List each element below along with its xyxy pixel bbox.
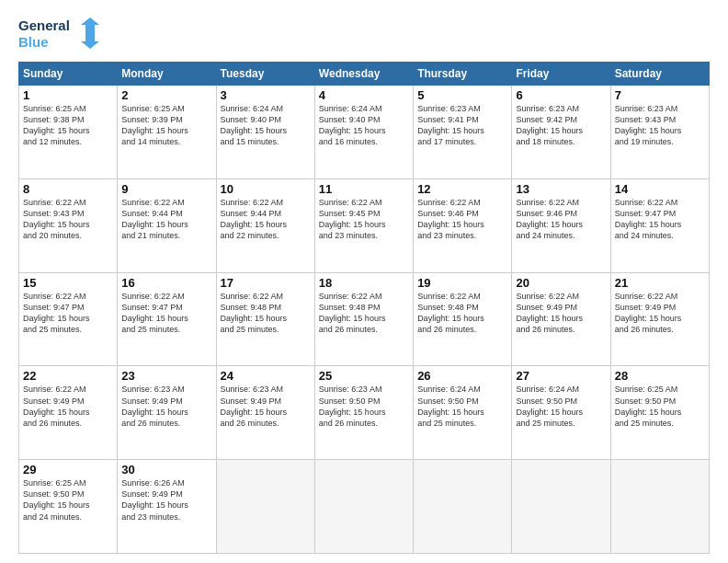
day-number: 26 — [417, 369, 507, 383]
calendar-cell: 8Sunrise: 6:22 AMSunset: 9:43 PMDaylight… — [19, 178, 118, 272]
cell-text: Sunrise: 6:25 AMSunset: 9:50 PMDaylight:… — [23, 477, 113, 523]
svg-text:Blue: Blue — [18, 34, 49, 50]
cell-text: Sunrise: 6:22 AMSunset: 9:48 PMDaylight:… — [221, 291, 311, 336]
weekday-header-friday: Friday — [512, 63, 610, 86]
day-number: 3 — [221, 88, 311, 102]
calendar-cell: 30Sunrise: 6:26 AMSunset: 9:49 PMDayligh… — [118, 460, 216, 554]
calendar-cell: 19Sunrise: 6:22 AMSunset: 9:48 PMDayligh… — [414, 272, 512, 366]
cell-text: Sunrise: 6:22 AMSunset: 9:46 PMDaylight:… — [417, 197, 507, 242]
calendar-cell: 1Sunrise: 6:25 AMSunset: 9:38 PMDaylight… — [19, 86, 118, 179]
day-number: 28 — [615, 369, 705, 383]
day-number: 11 — [319, 182, 409, 196]
day-number: 20 — [516, 276, 606, 290]
calendar-cell: 6Sunrise: 6:23 AMSunset: 9:42 PMDaylight… — [512, 86, 610, 179]
day-number: 2 — [121, 88, 211, 102]
calendar-cell — [610, 460, 709, 554]
day-number: 8 — [23, 182, 113, 196]
cell-text: Sunrise: 6:22 AMSunset: 9:48 PMDaylight:… — [417, 291, 507, 336]
calendar-cell — [216, 460, 314, 554]
calendar-cell: 5Sunrise: 6:23 AMSunset: 9:41 PMDaylight… — [414, 86, 512, 179]
day-number: 19 — [417, 276, 507, 290]
day-number: 27 — [516, 369, 606, 383]
calendar-cell: 4Sunrise: 6:24 AMSunset: 9:40 PMDaylight… — [314, 86, 413, 179]
logo: General Blue — [18, 14, 101, 52]
calendar-cell: 17Sunrise: 6:22 AMSunset: 9:48 PMDayligh… — [216, 272, 314, 366]
page-header: General Blue — [18, 14, 710, 52]
cell-text: Sunrise: 6:23 AMSunset: 9:49 PMDaylight:… — [221, 384, 311, 429]
svg-marker-2 — [81, 17, 99, 49]
day-number: 7 — [615, 88, 705, 102]
day-number: 30 — [121, 463, 211, 477]
calendar-cell: 28Sunrise: 6:25 AMSunset: 9:50 PMDayligh… — [610, 366, 709, 460]
cell-text: Sunrise: 6:22 AMSunset: 9:47 PMDaylight:… — [615, 197, 705, 242]
weekday-header-sunday: Sunday — [19, 63, 118, 86]
day-number: 23 — [121, 369, 211, 383]
calendar-cell: 20Sunrise: 6:22 AMSunset: 9:49 PMDayligh… — [512, 272, 610, 366]
cell-text: Sunrise: 6:22 AMSunset: 9:44 PMDaylight:… — [221, 197, 311, 242]
day-number: 18 — [319, 276, 409, 290]
cell-text: Sunrise: 6:23 AMSunset: 9:41 PMDaylight:… — [417, 103, 507, 148]
weekday-header-thursday: Thursday — [414, 63, 512, 86]
cell-text: Sunrise: 6:22 AMSunset: 9:49 PMDaylight:… — [615, 291, 705, 336]
calendar-cell: 10Sunrise: 6:22 AMSunset: 9:44 PMDayligh… — [216, 178, 314, 272]
calendar-cell: 29Sunrise: 6:25 AMSunset: 9:50 PMDayligh… — [19, 460, 118, 554]
cell-text: Sunrise: 6:24 AMSunset: 9:50 PMDaylight:… — [417, 384, 507, 429]
calendar-cell: 14Sunrise: 6:22 AMSunset: 9:47 PMDayligh… — [610, 178, 709, 272]
calendar-cell: 16Sunrise: 6:22 AMSunset: 9:47 PMDayligh… — [118, 272, 216, 366]
calendar-cell — [512, 460, 610, 554]
calendar-cell: 2Sunrise: 6:25 AMSunset: 9:39 PMDaylight… — [118, 86, 216, 179]
day-number: 6 — [516, 88, 606, 102]
calendar-cell: 9Sunrise: 6:22 AMSunset: 9:44 PMDaylight… — [118, 178, 216, 272]
day-number: 21 — [615, 276, 705, 290]
cell-text: Sunrise: 6:24 AMSunset: 9:40 PMDaylight:… — [319, 103, 409, 148]
calendar-cell: 23Sunrise: 6:23 AMSunset: 9:49 PMDayligh… — [118, 366, 216, 460]
calendar-cell — [414, 460, 512, 554]
day-number: 4 — [319, 88, 409, 102]
calendar-cell: 27Sunrise: 6:24 AMSunset: 9:50 PMDayligh… — [512, 366, 610, 460]
cell-text: Sunrise: 6:26 AMSunset: 9:49 PMDaylight:… — [121, 477, 211, 523]
logo-svg: General Blue — [18, 14, 101, 52]
cell-text: Sunrise: 6:24 AMSunset: 9:40 PMDaylight:… — [221, 103, 311, 148]
calendar-cell: 3Sunrise: 6:24 AMSunset: 9:40 PMDaylight… — [216, 86, 314, 179]
day-number: 10 — [221, 182, 311, 196]
cell-text: Sunrise: 6:25 AMSunset: 9:38 PMDaylight:… — [23, 103, 113, 148]
cell-text: Sunrise: 6:25 AMSunset: 9:39 PMDaylight:… — [121, 103, 211, 148]
calendar-cell: 21Sunrise: 6:22 AMSunset: 9:49 PMDayligh… — [610, 272, 709, 366]
cell-text: Sunrise: 6:23 AMSunset: 9:50 PMDaylight:… — [319, 384, 409, 429]
day-number: 22 — [23, 369, 113, 383]
day-number: 16 — [121, 276, 211, 290]
cell-text: Sunrise: 6:23 AMSunset: 9:43 PMDaylight:… — [615, 103, 705, 148]
calendar-cell: 22Sunrise: 6:22 AMSunset: 9:49 PMDayligh… — [19, 366, 118, 460]
calendar-cell: 15Sunrise: 6:22 AMSunset: 9:47 PMDayligh… — [19, 272, 118, 366]
calendar-cell: 18Sunrise: 6:22 AMSunset: 9:48 PMDayligh… — [314, 272, 413, 366]
day-number: 17 — [221, 276, 311, 290]
day-number: 29 — [23, 463, 113, 477]
calendar-cell: 24Sunrise: 6:23 AMSunset: 9:49 PMDayligh… — [216, 366, 314, 460]
cell-text: Sunrise: 6:22 AMSunset: 9:47 PMDaylight:… — [23, 291, 113, 336]
day-number: 9 — [121, 182, 211, 196]
day-number: 15 — [23, 276, 113, 290]
cell-text: Sunrise: 6:22 AMSunset: 9:43 PMDaylight:… — [23, 197, 113, 242]
weekday-header-wednesday: Wednesday — [314, 63, 413, 86]
cell-text: Sunrise: 6:24 AMSunset: 9:50 PMDaylight:… — [516, 384, 606, 429]
weekday-header-saturday: Saturday — [610, 63, 709, 86]
weekday-header-tuesday: Tuesday — [216, 63, 314, 86]
svg-text:General: General — [18, 17, 70, 33]
calendar-cell: 7Sunrise: 6:23 AMSunset: 9:43 PMDaylight… — [610, 86, 709, 179]
calendar-table: SundayMondayTuesdayWednesdayThursdayFrid… — [18, 62, 710, 554]
cell-text: Sunrise: 6:22 AMSunset: 9:45 PMDaylight:… — [319, 197, 409, 242]
day-number: 1 — [23, 88, 113, 102]
cell-text: Sunrise: 6:22 AMSunset: 9:47 PMDaylight:… — [121, 291, 211, 336]
weekday-header-monday: Monday — [118, 63, 216, 86]
day-number: 24 — [221, 369, 311, 383]
calendar-cell: 26Sunrise: 6:24 AMSunset: 9:50 PMDayligh… — [414, 366, 512, 460]
day-number: 13 — [516, 182, 606, 196]
day-number: 12 — [417, 182, 507, 196]
cell-text: Sunrise: 6:23 AMSunset: 9:49 PMDaylight:… — [121, 384, 211, 429]
cell-text: Sunrise: 6:25 AMSunset: 9:50 PMDaylight:… — [615, 384, 705, 429]
cell-text: Sunrise: 6:22 AMSunset: 9:44 PMDaylight:… — [121, 197, 211, 242]
day-number: 25 — [319, 369, 409, 383]
calendar-cell — [314, 460, 413, 554]
day-number: 14 — [615, 182, 705, 196]
calendar-cell: 13Sunrise: 6:22 AMSunset: 9:46 PMDayligh… — [512, 178, 610, 272]
